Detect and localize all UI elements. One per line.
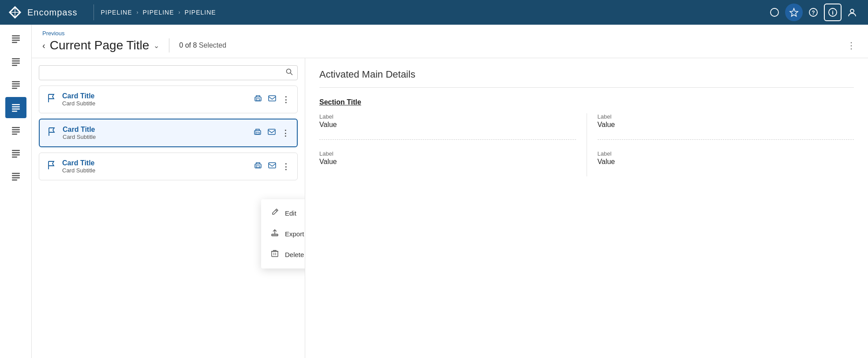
help-icon: ?	[808, 7, 818, 17]
logo-text: Encompass	[27, 7, 78, 18]
left-sidebar	[0, 25, 32, 358]
help-nav-button[interactable]: ?	[804, 4, 822, 21]
detail-row-2: Label Value	[598, 113, 854, 129]
page-title-row: ‹ Current Page Title ⌄ 0 of 8 Selected ⋮	[42, 38, 857, 58]
svg-rect-46	[256, 132, 259, 134]
card-1-more-button[interactable]: ⋮	[282, 95, 290, 104]
card-3-more-button[interactable]: ⋮	[282, 162, 290, 172]
detail-label-3: Label	[319, 150, 576, 157]
svg-point-39	[287, 69, 291, 74]
detail-row-4: Label Value	[598, 150, 854, 166]
nav-divider	[94, 4, 94, 20]
menu-edit-item[interactable]: Edit	[261, 203, 305, 224]
card-1-title: Card Title	[62, 92, 248, 100]
back-label: Previous	[42, 30, 65, 37]
card-3-title: Card Title	[62, 159, 248, 167]
user-nav-button[interactable]	[843, 4, 861, 21]
list-icon-7	[11, 172, 21, 181]
card-2-email-icon[interactable]	[267, 127, 276, 138]
page-header: Previous ‹ Current Page Title ⌄ 0 of 8 S…	[32, 25, 868, 58]
svg-rect-38	[12, 179, 17, 181]
sidebar-item-4[interactable]	[5, 97, 26, 118]
back-arrow-button[interactable]: ‹	[42, 41, 45, 51]
card-2-print-icon[interactable]	[253, 127, 262, 138]
page-title-left: ‹ Current Page Title ⌄ 0 of 8 Selected	[42, 38, 226, 52]
export-icon	[270, 229, 280, 239]
svg-rect-11	[12, 35, 20, 37]
search-icon	[286, 68, 293, 77]
list-icon-2	[11, 57, 21, 67]
svg-rect-21	[12, 86, 20, 87]
svg-rect-32	[12, 152, 20, 153]
card-1[interactable]: Card Title Card Subtitle	[39, 86, 298, 113]
circle-icon	[770, 8, 779, 17]
sidebar-item-2[interactable]	[5, 51, 26, 72]
card-1-info: Card Title Card Subtitle	[62, 92, 248, 107]
details-panel: Activated Main Details Section Title Lab…	[305, 58, 868, 358]
sidebar-item-7[interactable]	[5, 166, 26, 187]
svg-rect-22	[12, 88, 17, 89]
page-more-button[interactable]: ⋮	[845, 38, 857, 52]
detail-value-1: Value	[319, 121, 576, 129]
breadcrumb-3[interactable]: PIPELINE	[185, 9, 216, 16]
card-3-info: Card Title Card Subtitle	[62, 159, 248, 174]
breadcrumb-chevron-2: ›	[179, 9, 180, 15]
selected-label: Selected	[199, 41, 226, 49]
breadcrumb-2[interactable]: PIPELINE	[143, 9, 174, 16]
svg-point-51	[256, 165, 257, 166]
search-nav-button[interactable]	[766, 4, 783, 21]
detail-row-1: Label Value	[319, 113, 576, 129]
detail-value-3: Value	[319, 158, 576, 166]
card-3-email-icon[interactable]	[268, 161, 277, 172]
title-dropdown-button[interactable]: ⌄	[153, 41, 159, 50]
svg-rect-27	[12, 127, 20, 128]
card-1-email-icon[interactable]	[268, 94, 277, 105]
card-3-flag-icon	[46, 160, 57, 173]
card-1-flag-icon	[46, 93, 57, 106]
svg-rect-14	[12, 42, 17, 43]
selection-count: 0 of 8	[179, 41, 197, 49]
top-nav: Encompass PIPELINE › PIPELINE › PIPELINE…	[0, 0, 868, 25]
main-layout: Previous ‹ Current Page Title ⌄ 0 of 8 S…	[0, 25, 868, 358]
card-1-subtitle: Card Subtitle	[62, 100, 248, 107]
details-divider	[319, 87, 854, 88]
selection-info: 0 of 8 Selected	[179, 41, 226, 49]
card-3[interactable]: Card Title Card Subtitle	[39, 153, 298, 180]
delete-label: Delete	[285, 251, 304, 258]
svg-point-10	[850, 9, 854, 13]
svg-rect-19	[12, 81, 20, 82]
edit-icon	[270, 208, 280, 218]
breadcrumb-1[interactable]: PIPELINE	[101, 9, 132, 16]
detail-value-2: Value	[598, 121, 854, 129]
sidebar-item-5[interactable]	[5, 120, 26, 141]
search-bar	[39, 65, 298, 80]
star-nav-button[interactable]	[785, 4, 803, 21]
card-2-actions: ⋮	[253, 127, 290, 138]
card-3-subtitle: Card Subtitle	[62, 167, 248, 174]
svg-rect-16	[12, 60, 20, 62]
menu-delete-item[interactable]: Delete	[261, 244, 305, 265]
svg-rect-24	[12, 106, 20, 108]
svg-point-4	[771, 8, 778, 16]
menu-export-item[interactable]: Export	[261, 224, 305, 244]
sidebar-item-3[interactable]	[5, 74, 26, 95]
svg-rect-12	[12, 37, 20, 39]
search-input[interactable]	[44, 69, 286, 76]
svg-line-40	[291, 73, 293, 75]
details-title: Activated Main Details	[319, 69, 854, 80]
info-nav-button[interactable]: i	[824, 4, 842, 21]
list-icon-6	[11, 149, 21, 158]
card-1-print-icon[interactable]	[254, 94, 262, 105]
content-area: Previous ‹ Current Page Title ⌄ 0 of 8 S…	[32, 25, 868, 358]
svg-rect-23	[12, 104, 20, 105]
back-link[interactable]: Previous	[42, 30, 857, 37]
card-2-more-button[interactable]: ⋮	[281, 128, 290, 138]
svg-rect-31	[12, 150, 20, 151]
dashed-divider-2	[598, 139, 854, 140]
card-3-print-icon[interactable]	[254, 161, 262, 172]
svg-rect-28	[12, 129, 20, 131]
card-2[interactable]: Card Title Card Subtitle	[39, 119, 298, 147]
sidebar-item-6[interactable]	[5, 143, 26, 164]
sidebar-item-1[interactable]	[5, 28, 26, 49]
context-menu: Edit Export	[261, 199, 305, 268]
